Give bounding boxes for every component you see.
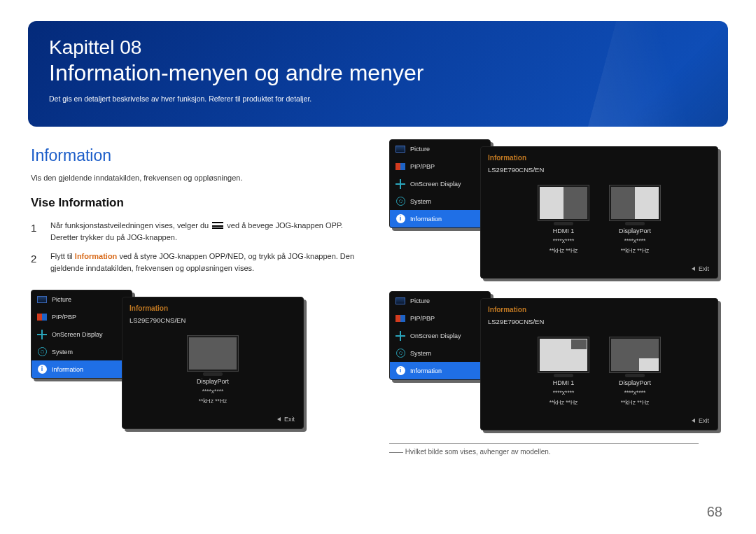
source-displayport: DisplayPort ****x**** **kHz **Hz <box>609 185 661 254</box>
menu-item-information: iInformation <box>390 362 490 379</box>
menu-item-system: System <box>31 343 132 360</box>
menu-item-label: Picture <box>52 296 71 303</box>
menu-item-picture: Picture <box>31 290 132 308</box>
menu-item-picture: Picture <box>390 140 490 157</box>
panel-model: LS29E790CNS/EN <box>488 166 710 174</box>
step-2: 2 Flytt til Information ved å styre JOG-… <box>31 251 367 274</box>
source-row: HDMI 1 ****x**** **kHz **Hz DisplayPort … <box>488 182 710 261</box>
source-label: DisplayPort <box>619 227 651 234</box>
step-1-text: Når funksjonstastveiledningen vises, vel… <box>50 220 367 244</box>
source-row: DisplayPort ****x**** **kHz **Hz <box>130 332 296 412</box>
right-column: Picture PIP/PBP OnScreen Display System … <box>389 139 725 456</box>
menu-item-label: OnScreen Display <box>410 332 461 339</box>
menu-item-information: iInformation <box>390 210 490 227</box>
source-resolution: ****x**** <box>553 237 575 244</box>
osd-menu: Picture PIP/PBP OnScreen Display System … <box>389 139 491 228</box>
menu-icon <box>212 222 223 229</box>
osd-footer: Exit <box>130 412 296 428</box>
osd-screenshot-pip: Picture PIP/PBP OnScreen Display System … <box>389 291 725 428</box>
exit-label: Exit <box>699 265 709 272</box>
system-icon <box>396 197 405 206</box>
step-2-text: Flytt til Information ved å styre JOG-kn… <box>50 251 367 274</box>
menu-item-label: PIP/PBP <box>52 314 76 321</box>
chapter-label: Kapittel 08 <box>49 36 707 59</box>
osd-icon <box>37 330 47 339</box>
menu-item-pip: PIP/PBP <box>31 308 132 325</box>
divider <box>389 443 699 444</box>
step-2-part-a: Flytt til <box>50 252 75 260</box>
picture-icon <box>37 296 47 303</box>
subsection-heading: Vise Information <box>31 196 367 210</box>
osd-screenshot-single: Picture PIP/PBP OnScreen Display System … <box>31 290 367 416</box>
source-resolution: ****x**** <box>553 389 575 396</box>
panel-title: Information <box>488 154 710 162</box>
source-hdmi1: HDMI 1 ****x**** **kHz **Hz <box>538 337 589 406</box>
menu-item-onscreen-display: OnScreen Display <box>390 327 490 344</box>
panel-model: LS29E790CNS/EN <box>130 316 296 324</box>
exit-label: Exit <box>699 417 709 424</box>
step-list: 1 Når funksjonstastveiledningen vises, v… <box>31 220 367 274</box>
source-frequency: **kHz **Hz <box>550 247 578 254</box>
source-label: HDMI 1 <box>553 227 575 234</box>
source-resolution: ****x**** <box>624 237 646 244</box>
source-label: DisplayPort <box>619 379 651 386</box>
step-1-part-a: Når funksjonstastveiledningen vises, vel… <box>50 221 211 230</box>
menu-item-information: iInformation <box>31 360 132 378</box>
info-icon: i <box>38 365 47 374</box>
osd-footer: Exit <box>488 261 710 278</box>
osd-menu: Picture PIP/PBP OnScreen Display System … <box>389 291 491 380</box>
menu-item-picture: Picture <box>390 292 490 309</box>
menu-item-label: Picture <box>410 146 430 153</box>
osd-info-panel: Information LS29E790CNS/EN HDMI 1 ****x*… <box>480 146 718 279</box>
monitor-icon <box>538 185 589 221</box>
page-number: 68 <box>707 504 722 520</box>
pip-icon <box>37 314 47 321</box>
section-heading: Information <box>31 146 367 165</box>
monitor-icon <box>609 337 661 373</box>
osd-footer: Exit <box>488 413 710 430</box>
source-frequency: **kHz **Hz <box>199 398 227 405</box>
chapter-banner: Kapittel 08 Information-menyen og andre … <box>28 21 728 127</box>
pip-icon <box>396 163 405 170</box>
left-arrow-icon <box>692 267 695 271</box>
menu-item-system: System <box>390 344 490 362</box>
menu-item-onscreen-display: OnScreen Display <box>31 325 132 343</box>
exit-label: Exit <box>284 416 295 423</box>
source-row: HDMI 1 ****x**** **kHz **Hz DisplayPort … <box>488 334 710 413</box>
footnote: ―― Hvilket bilde som vises, avhenger av … <box>389 448 725 456</box>
info-icon: i <box>396 214 405 223</box>
system-icon <box>396 349 405 358</box>
menu-item-label: PIP/PBP <box>410 315 435 322</box>
picture-icon <box>396 297 405 304</box>
pip-icon <box>396 315 405 322</box>
menu-item-label: PIP/PBP <box>410 163 435 170</box>
source-label: DisplayPort <box>197 378 229 385</box>
step-number: 1 <box>31 220 42 244</box>
source-hdmi1: HDMI 1 ****x**** **kHz **Hz <box>538 185 589 254</box>
osd-icon <box>396 179 405 189</box>
menu-item-label: Information <box>410 216 442 223</box>
source-resolution: ****x**** <box>624 389 646 396</box>
menu-item-label: OnScreen Display <box>52 331 103 338</box>
osd-info-panel: Information LS29E790CNS/EN HDMI 1 ****x*… <box>480 298 718 430</box>
info-icon: i <box>396 366 405 375</box>
osd-icon <box>396 331 405 341</box>
source-displayport: DisplayPort ****x**** **kHz **Hz <box>187 335 239 405</box>
chapter-subtitle: Det gis en detaljert beskrivelse av hver… <box>49 94 707 103</box>
left-arrow-icon <box>277 417 281 421</box>
source-displayport: DisplayPort ****x**** **kHz **Hz <box>609 337 661 406</box>
source-resolution: ****x**** <box>202 388 224 395</box>
menu-item-label: Information <box>52 366 83 373</box>
source-frequency: **kHz **Hz <box>621 399 650 406</box>
menu-item-label: System <box>410 198 431 205</box>
menu-item-label: System <box>52 349 73 356</box>
panel-title: Information <box>488 306 710 314</box>
menu-item-system: System <box>390 192 490 210</box>
section-description: Vis den gjeldende inndatakilden, frekven… <box>31 174 367 182</box>
osd-info-panel: Information LS29E790CNS/EN DisplayPort *… <box>122 297 304 429</box>
panel-title: Information <box>130 304 296 312</box>
chapter-title: Information-menyen og andre menyer <box>49 60 707 86</box>
monitor-icon <box>609 185 661 221</box>
menu-item-onscreen-display: OnScreen Display <box>390 175 490 192</box>
osd-menu: Picture PIP/PBP OnScreen Display System … <box>31 290 132 379</box>
